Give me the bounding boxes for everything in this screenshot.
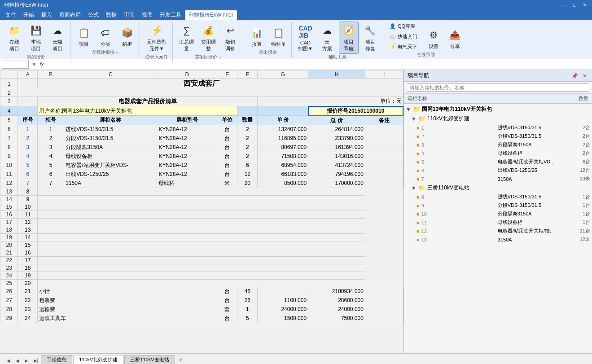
btn-local-project[interactable]: 💾 本地项目 bbox=[26, 22, 46, 54]
cell-unit-29[interactable]: 台 bbox=[217, 314, 237, 323]
cell-cabinet-10[interactable]: 5 bbox=[38, 161, 64, 170]
tab-110kv-north[interactable]: 110kV北郊变扩建 bbox=[73, 355, 123, 364]
btn-category[interactable]: 🏷 分类 bbox=[96, 24, 115, 49]
cell-tprice-28[interactable]: 24000.000 bbox=[308, 305, 365, 314]
cell-name-8[interactable]: 分段隔离3150A bbox=[64, 143, 157, 152]
menu-start[interactable]: 开始 bbox=[20, 10, 38, 20]
cell-seq-10[interactable]: 5 bbox=[18, 161, 38, 170]
cell-G4[interactable] bbox=[258, 106, 308, 116]
cell-cabinet-12[interactable]: 7 bbox=[38, 179, 64, 188]
tree-item-3[interactable]: ■ 3 分段隔离3150A 2台 bbox=[404, 140, 592, 149]
cell-name-6[interactable]: 进线VDS-3150/31.5 bbox=[64, 125, 157, 134]
tree-item-5[interactable]: ■ 5 电容器/站用变开关柜VD... 6台 bbox=[404, 158, 592, 166]
cell-seq-12[interactable]: 7 bbox=[18, 179, 38, 188]
cell-model-11[interactable]: KYN28A-12 bbox=[157, 170, 217, 179]
cell-empty-20[interactable] bbox=[38, 241, 365, 249]
cell-empty-19[interactable] bbox=[38, 233, 365, 241]
cell-qty-7[interactable]: 2 bbox=[237, 134, 258, 143]
cell-note-26[interactable] bbox=[365, 287, 403, 296]
cell-uprice-7[interactable]: 116895.000 bbox=[258, 134, 308, 143]
cell-tprice-10[interactable]: 413724.000 bbox=[308, 161, 365, 170]
cell-qty-28[interactable]: 1 bbox=[237, 305, 258, 314]
minimize-btn[interactable]: ─ bbox=[562, 2, 569, 8]
cell-reference[interactable]: H4 bbox=[2, 61, 29, 69]
cell-uprice-8[interactable]: 80697.000 bbox=[258, 143, 308, 152]
cell-uprice-6[interactable]: 132407.000 bbox=[258, 125, 308, 134]
cell-empty-21[interactable] bbox=[38, 249, 365, 256]
cell-seq-17[interactable]: 12 bbox=[18, 218, 38, 226]
cell-cabinet-7[interactable]: 2 bbox=[38, 134, 64, 143]
cell-uprice-28[interactable]: 24000.000 bbox=[258, 305, 308, 314]
cell-note-7[interactable] bbox=[365, 134, 403, 143]
btn-cost-adjust[interactable]: 💰 费用调整 bbox=[198, 22, 219, 54]
cell-uprice-12[interactable]: 8500.000 bbox=[258, 179, 308, 188]
btn-report[interactable]: 📊 报表 bbox=[247, 24, 267, 49]
btn-project-repair[interactable]: 🔧 项目修复 bbox=[360, 22, 380, 54]
cell-unit-27[interactable]: 台 bbox=[217, 296, 237, 305]
cell-I1[interactable] bbox=[365, 79, 403, 89]
tree-item-8[interactable]: ■ 8 进线VDS-3150/31.5 1台 bbox=[404, 193, 592, 201]
cell-seq-9[interactable]: 4 bbox=[18, 152, 38, 161]
cell-tprice-9[interactable]: 143016.000 bbox=[308, 152, 365, 161]
cell-seq-20[interactable]: 15 bbox=[18, 241, 38, 249]
cell-qty-6[interactable]: 2 bbox=[237, 125, 258, 134]
btn-project-nav[interactable]: 🧭 项目导航 bbox=[339, 22, 359, 54]
cell-seq-6[interactable]: 1 bbox=[18, 125, 38, 134]
panel-search-input[interactable] bbox=[407, 83, 589, 92]
cell-seq-23[interactable]: 18 bbox=[18, 264, 38, 272]
formula-input[interactable]: =CONCATENATE("报价序号", 工程信息!B7) bbox=[46, 61, 590, 68]
cell-seq-28[interactable]: 23 bbox=[18, 305, 38, 314]
cell-tprice-6[interactable]: 264814.000 bbox=[308, 125, 365, 134]
menu-review[interactable]: 审阅 bbox=[120, 10, 138, 20]
tree-item-7[interactable]: ■ 7 3150A 20米 bbox=[404, 175, 592, 183]
cell-empty-17[interactable] bbox=[38, 218, 365, 226]
cell-note-11[interactable] bbox=[365, 170, 403, 179]
cell-seq-27[interactable]: 22 bbox=[18, 296, 38, 305]
cell-empty-24[interactable] bbox=[38, 272, 365, 279]
tree-folder-1[interactable]: ▼ 📁 110kV北郊变扩建 bbox=[404, 114, 592, 123]
cell-uprice-9[interactable]: 71508.000 bbox=[258, 152, 308, 161]
cell-seq-19[interactable]: 14 bbox=[18, 233, 38, 241]
cell-uprice-29[interactable]: 1500.000 bbox=[258, 314, 308, 323]
tree-folder-2[interactable]: ▼ 📁 三桥110kV变电站 bbox=[404, 183, 592, 193]
cell-note-9[interactable] bbox=[365, 152, 403, 161]
cell-tprice-7[interactable]: 233790.000 bbox=[308, 134, 365, 143]
btn-cloud-project[interactable]: ☁ 云端项目 bbox=[48, 22, 67, 54]
cell-tprice-11[interactable]: 794196.000 bbox=[308, 170, 365, 179]
menu-dev[interactable]: 开发工具 bbox=[156, 10, 185, 20]
btn-project[interactable]: 📋 项目 bbox=[74, 24, 94, 49]
cell-qty-10[interactable]: 6 bbox=[237, 161, 258, 170]
cell-unit-10[interactable]: 台 bbox=[217, 161, 237, 170]
cell-seq-29[interactable]: 24 bbox=[18, 314, 38, 323]
cell-unit-7[interactable]: 台 bbox=[217, 134, 237, 143]
cell-empty-15[interactable] bbox=[38, 203, 365, 211]
cell-tprice-27[interactable]: 28600.000 bbox=[308, 296, 365, 305]
cell-cabinet-9[interactable]: 4 bbox=[38, 152, 64, 161]
cell-row2[interactable] bbox=[18, 89, 365, 97]
tree-item-13[interactable]: ■ 13 3150A 12米 bbox=[404, 235, 592, 244]
tree-root[interactable]: ▼ 📁 国网13年电力110kV开关柜包 bbox=[404, 105, 592, 114]
cell-qty-12[interactable]: 20 bbox=[237, 179, 258, 188]
tab-sanqiao-110kv[interactable]: 三桥110kV变电站 bbox=[124, 355, 175, 364]
tab-last-btn[interactable]: ▶| bbox=[32, 357, 40, 364]
menu-layout[interactable]: 页面布局 bbox=[56, 10, 84, 20]
cell-model-7[interactable]: KYN28A-12 bbox=[157, 134, 217, 143]
cell-G3[interactable] bbox=[258, 97, 308, 106]
cell-seq-18[interactable]: 13 bbox=[18, 226, 38, 233]
cell-I2[interactable] bbox=[365, 89, 403, 97]
btn-settings[interactable]: ⚙ 设置 bbox=[424, 26, 443, 52]
cell-seq-8[interactable]: 3 bbox=[18, 143, 38, 152]
cell-empty-22[interactable] bbox=[38, 256, 365, 264]
cell-A4[interactable] bbox=[18, 106, 38, 116]
btn-electric-world[interactable]: ⚡ 电气天下 bbox=[387, 42, 420, 52]
cell-empty-23[interactable] bbox=[38, 264, 365, 272]
cell-qty-26[interactable]: 46 bbox=[237, 287, 258, 296]
cell-note-6[interactable] bbox=[365, 125, 403, 134]
cell-uprice-27[interactable]: 1100.000 bbox=[258, 296, 308, 305]
cell-note-8[interactable] bbox=[365, 143, 403, 152]
cell-note-28[interactable] bbox=[365, 305, 403, 314]
cell-empty-14[interactable] bbox=[38, 195, 365, 203]
cell-seq-15[interactable]: 10 bbox=[18, 203, 38, 211]
cell-unit-12[interactable]: 米 bbox=[217, 179, 237, 188]
cell-name-10[interactable]: 电容器/站用变开关柜VDS- bbox=[64, 161, 157, 170]
